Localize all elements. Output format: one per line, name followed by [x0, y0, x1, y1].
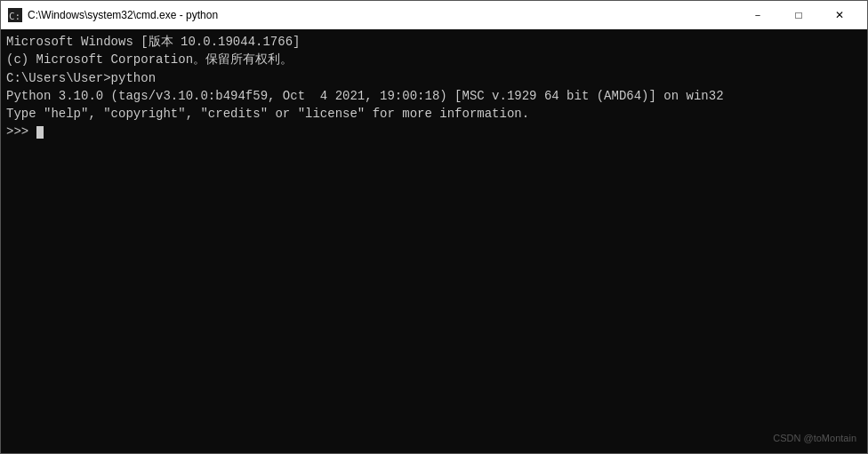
- console-line-2: (c) Microsoft Corporation。保留所有权利。: [6, 51, 862, 68]
- console-line-4: C:\Users\User>python: [6, 69, 862, 87]
- svg-text:C:: C:: [9, 11, 20, 22]
- console-area[interactable]: Microsoft Windows [版本 10.0.19044.1766] (…: [1, 29, 867, 453]
- console-line-1: Microsoft Windows [版本 10.0.19044.1766]: [6, 33, 862, 51]
- minimize-button[interactable]: －: [737, 1, 778, 29]
- maximize-button[interactable]: □: [778, 1, 819, 29]
- title-bar-title: C:\Windows\system32\cmd.exe - python: [28, 9, 218, 21]
- cmd-icon: C:: [8, 8, 22, 22]
- title-bar: C: C:\Windows\system32\cmd.exe - python …: [1, 1, 867, 29]
- console-line-6: Type "help", "copyright", "credits" or "…: [6, 105, 862, 123]
- title-bar-left: C: C:\Windows\system32\cmd.exe - python: [8, 8, 218, 22]
- console-line-7: >>>: [6, 123, 862, 140]
- title-bar-controls: － □ ✕: [737, 1, 860, 29]
- console-line-5: Python 3.10.0 (tags/v3.10.0:b494f59, Oct…: [6, 87, 862, 105]
- cursor: [36, 126, 44, 139]
- prompt-text: >>>: [6, 124, 36, 139]
- watermark: CSDN @toMontain: [773, 432, 856, 446]
- close-button[interactable]: ✕: [819, 1, 860, 29]
- cmd-window: C: C:\Windows\system32\cmd.exe - python …: [0, 0, 868, 454]
